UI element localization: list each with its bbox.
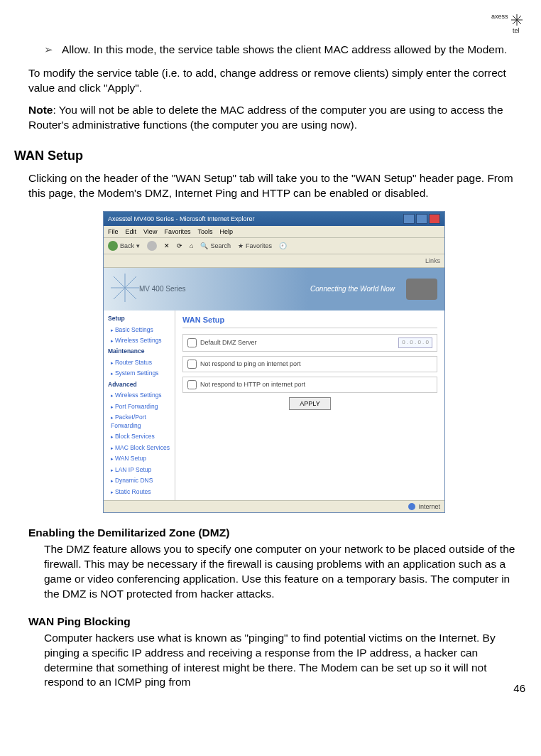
browser-toolbar: Back ▾ ✕ ⟳ ⌂ 🔍 Search ★ Favorites 🕘 <box>104 238 444 254</box>
heading-ping: WAN Ping Blocking <box>28 615 520 630</box>
stop-icon[interactable]: ✕ <box>164 242 170 250</box>
refresh-icon[interactable]: ⟳ <box>177 242 182 250</box>
page-number: 46 <box>513 681 525 696</box>
para-modify-table: To modify the service table (i.e. to add… <box>28 66 520 96</box>
row-ping: Not respond to ping on internet port <box>182 356 437 372</box>
close-icon[interactable] <box>429 214 440 224</box>
history-icon[interactable]: 🕘 <box>279 242 287 250</box>
router-icon <box>406 279 437 300</box>
home-icon[interactable]: ⌂ <box>190 242 193 250</box>
label-ping: Not respond to ping on internet port <box>200 360 301 368</box>
sidebar-group-setup: Setup <box>104 313 175 324</box>
browser-statusbar: Internet <box>104 500 444 512</box>
back-button[interactable]: Back ▾ <box>108 241 140 251</box>
menu-tools[interactable]: Tools <box>197 227 212 236</box>
sidebar-item-static-routes[interactable]: Static Routes <box>104 487 175 497</box>
sidebar-item-router-status[interactable]: Router Status <box>104 357 175 368</box>
para-ping: Computer hackers use what is known as "p… <box>44 631 520 691</box>
settings-sidebar: Setup Basic Settings Wireless Settings M… <box>104 310 175 500</box>
banner-tagline: Connecting the World Now <box>310 284 395 294</box>
sidebar-item-wan-setup[interactable]: WAN Setup <box>104 453 175 464</box>
status-text: Internet <box>418 502 440 511</box>
links-label[interactable]: Links <box>425 256 440 265</box>
forward-icon[interactable] <box>147 241 157 251</box>
window-title: Axesstel MV400 Series - Microsoft Intern… <box>108 215 255 223</box>
para-note: Note: You will not be able to delete the… <box>28 103 520 133</box>
label-http: Not respond to HTTP on internet port <box>200 380 305 389</box>
sidebar-item-mac-block[interactable]: MAC Block Services <box>104 443 175 453</box>
sidebar-item-block-services[interactable]: Block Services <box>104 431 175 442</box>
sidebar-item-port-forwarding[interactable]: Port Forwarding <box>104 401 175 412</box>
sidebar-item-wireless-settings[interactable]: Wireless Settings <box>104 335 175 346</box>
sidebar-item-system-settings[interactable]: System Settings <box>104 368 175 379</box>
back-icon <box>108 241 118 251</box>
menu-favorites[interactable]: Favorites <box>164 227 190 236</box>
favorites-button[interactable]: ★ Favorites <box>238 242 272 250</box>
label-dmz: Default DMZ Server <box>200 338 257 347</box>
screenshot-wan-setup: Axesstel MV400 Series - Microsoft Intern… <box>103 211 445 513</box>
row-http: Not respond to HTTP on internet port <box>182 377 437 393</box>
svg-text:axess: axess <box>491 13 508 20</box>
dmz-ip-field[interactable]: 0 . 0 . 0 . 0 <box>398 338 432 348</box>
checkbox-ping[interactable] <box>187 360 197 369</box>
checkbox-dmz[interactable] <box>187 338 197 347</box>
checkbox-http[interactable] <box>187 380 197 389</box>
sidebar-item-adv-wireless[interactable]: Wireless Settings <box>104 390 175 401</box>
internet-icon <box>408 503 415 510</box>
sidebar-group-advanced: Advanced <box>104 379 175 390</box>
menu-view[interactable]: View <box>143 227 157 236</box>
product-name: MV 400 Series <box>139 284 186 294</box>
pane-title: WAN Setup <box>182 315 437 328</box>
sidebar-item-lan-ip[interactable]: LAN IP Setup <box>104 465 175 475</box>
window-controls <box>403 214 440 224</box>
bullet-allow: Allow. In this mode, the service table s… <box>64 43 520 58</box>
sidebar-item-packet-port[interactable]: Packet/Port Forwarding <box>104 412 175 431</box>
row-dmz: Default DMZ Server 0 . 0 . 0 . 0 <box>182 334 437 352</box>
heading-wan-setup: WAN Setup <box>14 147 520 164</box>
svg-text:tel: tel <box>513 27 520 34</box>
menu-help[interactable]: Help <box>219 227 233 236</box>
menu-edit[interactable]: Edit <box>126 227 137 236</box>
sidebar-group-maintenance: Maintenance <box>104 346 175 357</box>
sidebar-item-basic-settings[interactable]: Basic Settings <box>104 325 175 335</box>
maximize-icon[interactable] <box>416 214 427 224</box>
page-banner: MV 400 Series Connecting the World Now <box>104 268 444 310</box>
menu-file[interactable]: File <box>108 227 119 236</box>
search-button[interactable]: 🔍 Search <box>200 242 231 250</box>
heading-dmz: Enabling the Demilitarized Zone (DMZ) <box>28 526 520 541</box>
sidebar-item-dynamic-dns[interactable]: Dynamic DNS <box>104 475 175 486</box>
star-icon <box>109 272 141 303</box>
para-wan-intro: Clicking on the header of the "WAN Setup… <box>28 171 520 201</box>
brand-logo: axess tel <box>491 11 524 36</box>
apply-button[interactable]: APPLY <box>289 397 330 410</box>
browser-menubar: File Edit View Favorites Tools Help <box>104 226 444 238</box>
para-dmz: The DMZ feature allows you to specify on… <box>44 542 520 602</box>
minimize-icon[interactable] <box>403 214 415 224</box>
